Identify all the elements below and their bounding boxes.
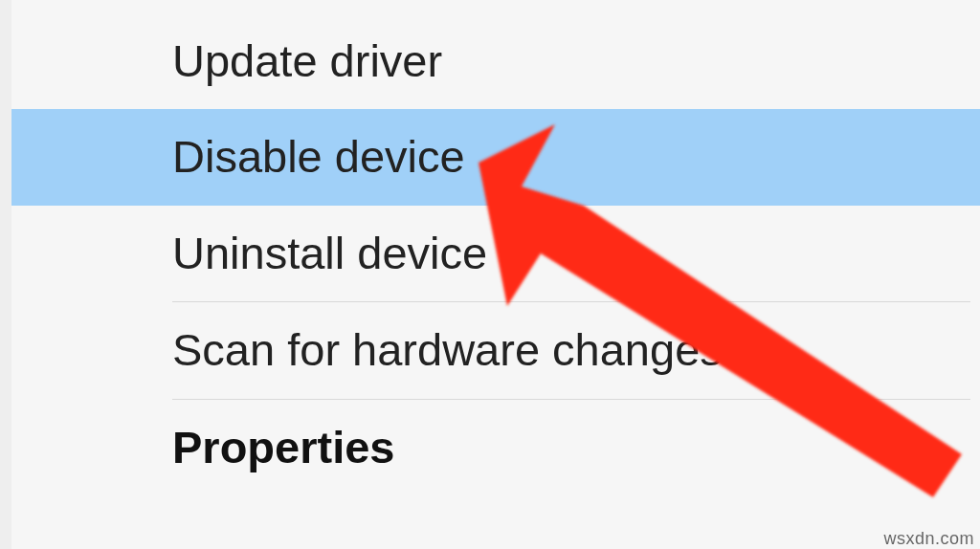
menu-item-uninstall-device[interactable]: Uninstall device <box>11 206 980 301</box>
menu-item-scan-hardware[interactable]: Scan for hardware changes <box>11 302 980 398</box>
menu-item-properties[interactable]: Properties <box>11 400 980 495</box>
watermark-text: wsxdn.com <box>883 529 974 549</box>
context-menu: Update driver Disable device Uninstall d… <box>11 0 980 549</box>
menu-item-disable-device[interactable]: Disable device <box>11 109 980 205</box>
menu-item-update-driver[interactable]: Update driver <box>11 13 980 109</box>
